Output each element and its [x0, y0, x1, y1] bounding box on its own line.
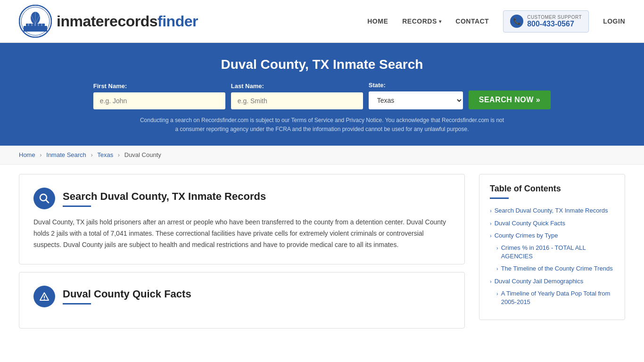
breadcrumb-home[interactable]: Home — [19, 151, 35, 158]
logo-text: inmaterecordsfinder — [57, 13, 198, 30]
toc-link-2[interactable]: › Duval County Quick Facts — [490, 219, 614, 228]
svg-rect-4 — [24, 26, 47, 32]
toc-title: Table of Contents — [490, 184, 614, 194]
breadcrumb: Home › Inmate Search › Texas › Duval Cou… — [0, 146, 644, 165]
svg-point-16 — [44, 299, 45, 300]
article-area: Search Duval County, TX Inmate Records D… — [19, 174, 479, 336]
chevron-right-icon: › — [490, 232, 492, 239]
section-title-wrapper: Search Duval County, TX Inmate Records — [63, 190, 266, 207]
support-text: CUSTOMER SUPPORT 800-433-0567 — [527, 15, 582, 28]
toc-divider — [490, 197, 509, 199]
support-number: 800-433-0567 — [527, 20, 582, 28]
quick-facts-section: Duval County Quick Facts — [19, 272, 465, 329]
breadcrumb-state[interactable]: Texas — [97, 151, 113, 158]
site-header: inmaterecordsfinder HOME RECORDS ▾ CONTA… — [0, 0, 644, 43]
toc-link-3[interactable]: › County Crimes by Type — [490, 231, 614, 240]
svg-rect-7 — [34, 24, 36, 26]
first-name-input[interactable] — [93, 92, 225, 109]
breadcrumb-inmate-search[interactable]: Inmate Search — [46, 151, 86, 158]
breadcrumb-sep-1: › — [40, 151, 41, 158]
alert-icon-circle — [33, 286, 55, 307]
section-header-search: Search Duval County, TX Inmate Records — [33, 188, 450, 209]
toc-item-4: › Crimes % in 2016 - TOTAL ALL AGENCIES — [490, 244, 614, 261]
main-nav: HOME RECORDS ▾ CONTACT 📞 CUSTOMER SUPPOR… — [367, 10, 625, 33]
toc-link-7[interactable]: › A Timeline of Yearly Data Pop Total fr… — [496, 289, 614, 306]
toc-item-3: › County Crimes by Type — [490, 231, 614, 240]
logo[interactable]: inmaterecordsfinder — [19, 5, 198, 38]
chevron-right-icon: › — [490, 278, 492, 285]
svg-rect-6 — [31, 24, 33, 26]
search-icon — [39, 193, 50, 204]
phone-icon: 📞 — [510, 15, 523, 28]
logo-icon — [19, 5, 52, 38]
toc-link-5[interactable]: › The Timeline of the County Crime Trend… — [496, 264, 614, 273]
state-select[interactable]: Texas — [369, 91, 463, 109]
facts-title-underline — [63, 303, 91, 304]
toc-item-6: › Duval County Jail Demographics — [490, 277, 614, 286]
toc-item-2: › Duval County Quick Facts — [490, 219, 614, 228]
support-label: CUSTOMER SUPPORT — [527, 15, 582, 20]
last-name-label: Last Name: — [231, 82, 264, 90]
chevron-down-icon: ▾ — [439, 19, 442, 24]
toc-item-1: › Search Duval County, TX Inmate Records — [490, 206, 614, 215]
customer-support-box: 📞 CUSTOMER SUPPORT 800-433-0567 — [503, 10, 589, 33]
toc-item-5: › The Timeline of the County Crime Trend… — [490, 264, 614, 273]
last-name-input[interactable] — [231, 92, 363, 109]
toc-box: Table of Contents › Search Duval County,… — [479, 174, 625, 320]
section-header-facts: Duval County Quick Facts — [33, 286, 450, 307]
search-form: First Name: Last Name: State: Texas SEAR… — [19, 82, 625, 109]
toc-list: › Search Duval County, TX Inmate Records… — [490, 206, 614, 306]
last-name-group: Last Name: — [231, 82, 363, 109]
banner-heading: Duval County, TX Inmate Search — [19, 57, 625, 72]
first-name-group: First Name: — [93, 82, 225, 109]
nav-records[interactable]: RECORDS ▾ — [402, 17, 441, 25]
chevron-right-icon: › — [490, 207, 492, 214]
alert-icon — [39, 291, 50, 302]
svg-rect-8 — [38, 24, 39, 26]
breadcrumb-current: Duval County — [124, 151, 161, 158]
chevron-right-icon: › — [496, 265, 498, 272]
svg-line-14 — [46, 200, 49, 203]
nav-contact[interactable]: CONTACT — [455, 17, 489, 25]
first-name-label: First Name: — [93, 82, 127, 90]
title-underline — [63, 206, 91, 207]
section-title-facts-wrapper: Duval County Quick Facts — [63, 288, 191, 304]
search-button[interactable]: SEARCH NOW » — [469, 90, 551, 109]
svg-rect-9 — [41, 24, 42, 26]
toc-link-1[interactable]: › Search Duval County, TX Inmate Records — [490, 206, 614, 215]
disclaimer-text: Conducting a search on Recordsfinder.com… — [138, 116, 506, 134]
search-banner: Duval County, TX Inmate Search First Nam… — [0, 43, 644, 146]
nav-login[interactable]: LOGIN — [603, 17, 625, 25]
svg-rect-5 — [28, 24, 29, 26]
state-group: State: Texas — [369, 82, 463, 109]
chevron-right-icon: › — [496, 290, 498, 297]
breadcrumb-sep-3: › — [118, 151, 120, 158]
search-icon-circle — [33, 188, 55, 209]
breadcrumb-sep-2: › — [91, 151, 92, 158]
toc-item-7: › A Timeline of Yearly Data Pop Total fr… — [490, 289, 614, 306]
chevron-right-icon: › — [496, 245, 498, 252]
toc-link-4[interactable]: › Crimes % in 2016 - TOTAL ALL AGENCIES — [496, 244, 614, 261]
search-section-title: Search Duval County, TX Inmate Records — [63, 190, 266, 203]
toc-link-6[interactable]: › Duval County Jail Demographics — [490, 277, 614, 286]
quick-facts-title: Duval County Quick Facts — [63, 288, 191, 300]
nav-home[interactable]: HOME — [367, 17, 388, 25]
search-records-section: Search Duval County, TX Inmate Records D… — [19, 174, 465, 264]
chevron-right-icon: › — [490, 220, 492, 227]
state-label: State: — [369, 82, 386, 89]
main-content: Search Duval County, TX Inmate Records D… — [0, 165, 644, 345]
sidebar: Table of Contents › Search Duval County,… — [479, 174, 625, 336]
search-section-body: Duval County, TX jails hold prisoners af… — [33, 217, 450, 250]
